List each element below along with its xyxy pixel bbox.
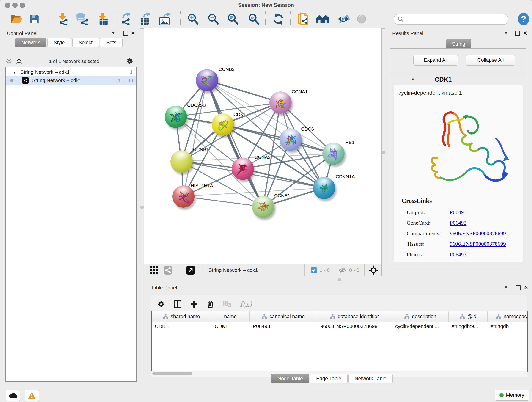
column-header[interactable]: @id — [449, 312, 488, 322]
hide-eye-icon[interactable] — [336, 12, 351, 26]
scrollbar-thumb[interactable] — [152, 372, 192, 375]
table-row[interactable]: CDK1CDK1P064939606.ENSP00000378699cyclin… — [152, 322, 527, 331]
expand-all-button[interactable]: Expand All — [413, 55, 458, 65]
crosslink-value-link[interactable]: 9606.ENSP00000378699 — [450, 230, 506, 236]
panel-close-icon[interactable]: ✕ — [523, 30, 527, 36]
birdseye-grid-icon[interactable] — [150, 266, 158, 274]
tab-string[interactable]: String — [446, 39, 471, 49]
left-splitter-handle[interactable] — [140, 206, 144, 209]
expand-all-icon[interactable] — [16, 58, 22, 65]
panel-close-icon[interactable]: ✕ — [131, 30, 135, 36]
crosslink-value-link[interactable]: 9606.ENSP00000378699 — [450, 241, 506, 247]
network-node[interactable] — [269, 91, 292, 114]
panel-float-icon[interactable] — [123, 31, 128, 36]
crosslink-value-link[interactable]: P06493 — [450, 220, 467, 226]
table-cell[interactable]: 9606.ENSP00000378699 — [317, 323, 392, 329]
tab-network[interactable]: Network — [15, 38, 46, 47]
network-collection-row[interactable]: ▼ String Network – cdk1 1 — [6, 68, 136, 76]
collapse-all-button[interactable]: Collapse All — [466, 55, 515, 65]
add-column-icon[interactable] — [190, 300, 198, 308]
tab-edge-table[interactable]: Edge Table — [310, 374, 348, 383]
cloud-button[interactable] — [6, 390, 20, 401]
panel-close-icon[interactable]: ✕ — [524, 284, 528, 291]
string-share-icon[interactable] — [164, 266, 172, 274]
column-header[interactable]: description — [392, 312, 449, 322]
panel-menu-icon[interactable]: ▼ — [111, 31, 115, 36]
network-node[interactable] — [279, 128, 302, 151]
export-table-icon[interactable] — [138, 12, 152, 26]
show-eye-icon[interactable] — [355, 12, 369, 26]
show-columns-icon[interactable] — [173, 300, 182, 308]
panel-float-icon[interactable] — [516, 285, 521, 290]
panel-menu-icon[interactable]: ▼ — [504, 285, 508, 290]
network-node[interactable] — [232, 158, 254, 180]
zoom-out-icon[interactable] — [206, 12, 220, 26]
network-canvas[interactable]: CCNB2CCNA1CDC25BCDK1CDC6RB1CCNB1CCNA2CDK… — [144, 29, 381, 264]
import-network-file-icon[interactable] — [56, 12, 70, 26]
horizontal-splitter-handle[interactable] — [338, 278, 341, 281]
network-node[interactable] — [171, 150, 193, 172]
import-network-database-icon[interactable] — [75, 12, 89, 26]
network-node[interactable] — [172, 185, 195, 208]
collapse-all-icon[interactable] — [6, 58, 12, 65]
network-node[interactable] — [165, 106, 187, 128]
panel-float-icon[interactable] — [515, 31, 520, 36]
tab-node-table[interactable]: Node Table — [271, 374, 309, 383]
tab-sets[interactable]: Sets — [100, 38, 123, 47]
zoom-in-icon[interactable] — [186, 12, 200, 26]
table-cell[interactable]: stringdb — [488, 323, 528, 329]
network-edge[interactable] — [207, 80, 280, 102]
network-node[interactable] — [252, 196, 274, 218]
update-view-icon[interactable] — [271, 12, 285, 26]
network-edge[interactable] — [243, 169, 324, 188]
help-button[interactable]: ? — [518, 12, 529, 26]
network-node[interactable] — [313, 177, 335, 199]
houses-icon[interactable] — [316, 12, 330, 26]
warning-button[interactable] — [25, 390, 39, 401]
table-cell[interactable]: CDK1 — [152, 323, 211, 329]
export-network-icon[interactable] — [119, 12, 133, 26]
table-cell[interactable]: cyclin-dependent ... — [392, 323, 449, 329]
network-edge[interactable] — [223, 124, 333, 153]
gear-icon[interactable] — [126, 57, 133, 65]
tab-select[interactable]: Select — [72, 38, 99, 47]
tree-expander-icon[interactable]: ▼ — [13, 70, 16, 74]
tab-style[interactable]: Style — [47, 38, 71, 47]
crosslink-value-link[interactable]: P06493 — [450, 209, 467, 216]
horizontal-splitter[interactable] — [142, 276, 532, 283]
memory-button[interactable]: Memory — [495, 390, 529, 401]
delete-column-icon[interactable] — [206, 300, 214, 308]
column-header[interactable]: shared name — [152, 312, 211, 322]
zoom-selected-icon[interactable] — [247, 12, 261, 26]
clone-network-icon[interactable] — [296, 12, 310, 26]
panel-menu-icon[interactable]: ▼ — [504, 31, 508, 36]
network-row-selected[interactable]: String Network – cdk1 11 48 — [6, 76, 136, 85]
collapse-section-icon[interactable]: ▼ — [411, 77, 415, 82]
table-settings-gear-icon[interactable] — [157, 300, 165, 308]
network-node[interactable] — [196, 69, 218, 91]
network-node[interactable] — [212, 114, 234, 136]
export-image-icon[interactable] — [158, 12, 172, 26]
network-edge[interactable] — [207, 80, 263, 207]
column-header[interactable]: canonical name — [249, 312, 317, 322]
network-node[interactable] — [322, 143, 345, 165]
tab-network-table[interactable]: Network Table — [348, 374, 393, 383]
column-header[interactable]: name — [211, 312, 249, 322]
selected-checkbox-icon[interactable] — [311, 267, 317, 273]
network-edge[interactable] — [183, 196, 263, 207]
fit-selected-crosshair-icon[interactable] — [369, 265, 378, 275]
search-input[interactable] — [406, 17, 508, 22]
table-cell[interactable]: P06493 — [249, 323, 317, 329]
gene-section-header[interactable]: ▼ CDK1 — [391, 74, 525, 85]
table-cell[interactable]: CDK1 — [211, 323, 249, 329]
open-file-icon[interactable] — [9, 12, 24, 26]
save-session-icon[interactable] — [27, 12, 41, 26]
import-table-file-icon[interactable] — [95, 12, 109, 26]
hidden-eye-icon[interactable] — [338, 267, 346, 274]
crosslink-value-link[interactable]: P06493 — [450, 251, 467, 258]
table-cell[interactable]: stringdb:9... — [449, 323, 488, 329]
column-header[interactable]: database identifier — [317, 312, 392, 322]
zoom-fit-icon[interactable] — [226, 12, 240, 26]
open-in-window-icon[interactable] — [186, 266, 195, 274]
right-splitter-handle[interactable] — [382, 151, 385, 154]
